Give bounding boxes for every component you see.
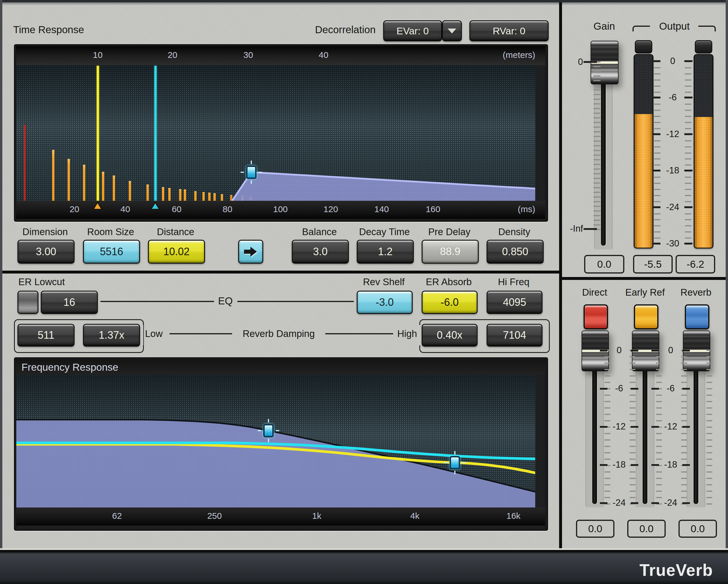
scale-tick	[604, 395, 610, 396]
scale-tick	[604, 382, 610, 383]
er-lowcut-value[interactable]: 16	[41, 291, 98, 314]
arrow-button[interactable]	[238, 240, 263, 263]
freq-bottom-tick: 4k	[410, 511, 420, 521]
scale-tick	[706, 350, 712, 351]
scale-tick	[681, 356, 687, 357]
param-decay-time[interactable]: 1.2	[357, 240, 414, 263]
mixer-scale-tick	[631, 464, 638, 466]
scale-tick	[681, 414, 687, 415]
eq-label: EQ	[214, 295, 237, 307]
scale-tick	[656, 369, 662, 370]
damping-title: Reverb Damping	[236, 328, 321, 339]
cyan-distance-marker-icon[interactable]	[150, 201, 160, 211]
damping-low-label: Low	[145, 328, 163, 339]
early-ref-mute-button[interactable]	[634, 304, 658, 329]
output-scale-tick	[684, 96, 693, 99]
time-top-tick: 30	[243, 50, 253, 60]
scale-tick	[681, 382, 687, 383]
scale-tick	[685, 110, 691, 111]
meter-headroom	[634, 55, 653, 114]
mixer-scale-tick	[651, 388, 659, 390]
scale-tick	[604, 452, 610, 453]
trueverb-plugin-window: Time Response Decorrelation EVar: 0 RVar…	[0, 0, 728, 584]
scale-tick	[656, 446, 662, 447]
scale-tick	[656, 478, 662, 479]
reverb-envelope-handle[interactable]	[246, 166, 257, 179]
mixer-scale-tick	[631, 350, 638, 352]
scale-tick	[594, 66, 600, 67]
scale-tick	[685, 219, 691, 220]
freq-shelf-handle[interactable]	[263, 424, 274, 437]
scale-tick	[594, 201, 600, 202]
scale-tick	[685, 116, 691, 117]
output-scale-label: -6	[659, 92, 687, 103]
mixer-scale-tick	[651, 502, 659, 504]
scale-tick	[630, 414, 635, 415]
damping-low-freq[interactable]: 511	[18, 324, 75, 346]
scale-tick	[654, 213, 660, 215]
output-scale-tick	[684, 206, 693, 208]
scale-tick	[654, 67, 660, 68]
time-top-axis: 10203040	[16, 46, 535, 65]
eq-line-left	[101, 301, 214, 302]
evar-dropdown-button[interactable]	[442, 20, 462, 41]
scale-tick	[656, 452, 662, 453]
param-label-balance: Balance	[292, 226, 347, 238]
param-dimension[interactable]: 3.00	[18, 240, 75, 263]
param-pre-delay[interactable]: 88.9	[422, 240, 479, 263]
damping-low-freq-text: 511	[37, 329, 54, 341]
param-distance[interactable]: 10.02	[148, 240, 205, 263]
damping-low-ratio[interactable]: 1.37x	[83, 324, 140, 346]
output-scale-tick	[652, 96, 660, 99]
scale-tick	[685, 177, 691, 178]
param-room-size[interactable]: 5516	[83, 240, 140, 263]
er-absorb-label: ER Absorb	[422, 276, 476, 287]
mixer-scale-tick	[631, 502, 638, 504]
direct-readout[interactable]: 0.0	[576, 520, 615, 538]
scale-tick	[656, 439, 662, 441]
scale-tick	[594, 103, 600, 105]
scale-tick	[654, 195, 660, 196]
output-right-readout[interactable]: -6.2	[676, 255, 715, 274]
output-meter-right-cap	[695, 40, 712, 54]
output-left-readout[interactable]: -5.5	[633, 255, 673, 274]
frequency-response-plot	[16, 375, 535, 507]
direct-mute-button[interactable]	[583, 304, 608, 329]
scale-tick	[654, 231, 660, 232]
mixer-scale-tick	[600, 426, 607, 428]
scale-tick	[706, 420, 712, 421]
damping-high-freq[interactable]: 7104	[487, 324, 543, 346]
he-handle-tick	[276, 430, 279, 431]
freq-damping-handle[interactable]	[450, 456, 460, 469]
hs-handle-tick	[454, 471, 456, 474]
scale-tick	[654, 122, 660, 123]
scale-tick	[594, 71, 600, 72]
output-meter-left	[634, 54, 653, 249]
rvar-button[interactable]: RVar: 0	[469, 20, 549, 41]
window-top-edge	[0, 0, 728, 2]
chevron-down-icon	[448, 29, 456, 33]
reverb-readout[interactable]: 0.0	[678, 520, 717, 538]
early-ref-readout[interactable]: 0.0	[627, 520, 666, 538]
damping-high-freq-text: 7104	[503, 329, 526, 341]
hs-handle-tick	[251, 180, 252, 184]
param-balance[interactable]: 3.0	[292, 240, 349, 263]
mixer-scale-label: -24	[606, 498, 632, 508]
gain-readout[interactable]: 0.0	[584, 255, 624, 274]
reverb-mute-button[interactable]	[685, 304, 709, 329]
param-label-dimension: Dimension	[18, 226, 73, 238]
param-density[interactable]: 0.850	[487, 240, 544, 263]
er-absorb-value[interactable]: -6.0	[422, 291, 477, 314]
hi-freq-value[interactable]: 4095	[487, 291, 543, 314]
er-lowcut-toggle[interactable]	[18, 291, 38, 314]
scale-tick	[654, 73, 660, 75]
rev-shelf-value[interactable]: -3.0	[357, 291, 413, 314]
scale-tick	[604, 369, 610, 370]
footer-bar: TrueVerb	[0, 550, 728, 584]
evar-button[interactable]: EVar: 0	[383, 20, 442, 41]
scale-tick	[706, 452, 712, 453]
damping-high-ratio[interactable]: 0.40x	[422, 324, 477, 346]
time-bottom-tick: 160	[426, 204, 440, 214]
orange-distance-marker-icon[interactable]	[93, 201, 103, 211]
damping-high-bracket-gap	[418, 325, 421, 345]
